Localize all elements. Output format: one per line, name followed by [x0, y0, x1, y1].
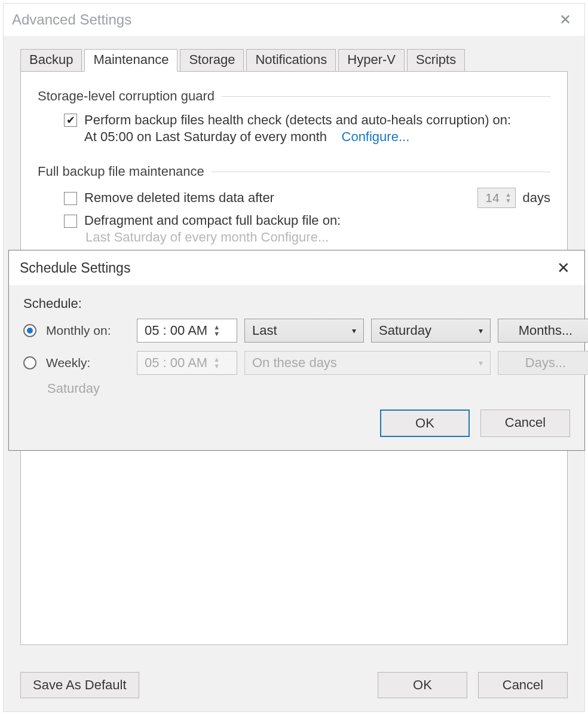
divider — [222, 96, 550, 97]
stepper-arrows-icon[interactable]: ▲▼ — [506, 192, 512, 204]
divider — [212, 172, 550, 172]
weekly-row: Weekly: 05 : 00 AM ▲▼ On these days ▾ Da… — [23, 351, 570, 375]
window-ok-button[interactable]: OK — [378, 672, 467, 698]
monthly-time-value: 05 : 00 AM — [145, 323, 207, 338]
weekly-time-input: 05 : 00 AM ▲▼ — [137, 351, 237, 375]
tab-notifications[interactable]: Notifications — [246, 49, 336, 72]
window-title: Advanced Settings — [12, 11, 131, 28]
tab-hyperv[interactable]: Hyper-V — [338, 49, 405, 72]
chevron-down-icon: ▾ — [352, 326, 356, 335]
dialog-footer: OK Cancel — [23, 410, 570, 437]
group-corruption-guard: Storage-level corruption guard — [38, 88, 550, 104]
dialog-cancel-button[interactable]: Cancel — [480, 410, 570, 437]
tab-scripts[interactable]: Scripts — [407, 49, 465, 72]
defragment-schedule-ghost: Last Saturday of every month Configure..… — [85, 230, 550, 245]
remove-days-value: 14 — [485, 191, 499, 205]
defragment-checkbox[interactable] — [64, 215, 77, 228]
monthly-ordinal-value: Last — [252, 323, 277, 338]
schedule-settings-dialog: Schedule Settings ✕ Schedule: Monthly on… — [8, 250, 585, 451]
monthly-day-select[interactable]: Saturday ▾ — [371, 319, 491, 343]
group-full-backup-maintenance: Full backup file maintenance — [38, 164, 550, 179]
window-cancel-button[interactable]: Cancel — [478, 672, 568, 698]
remove-days-suffix: days — [523, 190, 550, 206]
group-corruption-guard-label: Storage-level corruption guard — [38, 88, 215, 104]
dialog-ok-button[interactable]: OK — [380, 410, 470, 437]
time-stepper-icon: ▲▼ — [213, 356, 220, 369]
monthly-radio[interactable] — [23, 324, 36, 337]
defragment-label: Defragment and compact full backup file … — [84, 213, 341, 228]
monthly-row: Monthly on: 05 : 00 AM ▲▼ Last ▾ Saturda… — [23, 319, 570, 343]
dialog-close-button[interactable]: ✕ — [553, 259, 574, 277]
weekly-time-value: 05 : 00 AM — [145, 355, 207, 371]
remove-deleted-checkbox[interactable] — [64, 192, 77, 205]
weekly-days-placeholder: On these days — [252, 355, 337, 371]
dialog-title: Schedule Settings — [20, 260, 130, 276]
schedule-heading: Schedule: — [23, 296, 570, 311]
health-check-label-line1: Perform backup files health check (detec… — [84, 112, 550, 128]
monthly-ordinal-select[interactable]: Last ▾ — [244, 319, 364, 343]
tab-storage[interactable]: Storage — [180, 49, 244, 72]
chevron-down-icon: ▾ — [479, 326, 483, 335]
group-full-backup-maintenance-label: Full backup file maintenance — [38, 164, 204, 179]
dialog-titlebar: Schedule Settings ✕ — [9, 250, 584, 285]
weekly-radio[interactable] — [23, 356, 36, 369]
health-check-checkbox[interactable] — [64, 114, 77, 127]
days-button: Days... — [498, 351, 588, 375]
window-footer: Save As Default OK Cancel — [20, 672, 568, 698]
monthly-time-input[interactable]: 05 : 00 AM ▲▼ — [137, 319, 237, 343]
time-stepper-icon[interactable]: ▲▼ — [213, 324, 220, 337]
weekly-days-select: On these days ▾ — [244, 351, 491, 375]
monthly-day-value: Saturday — [379, 323, 431, 338]
dialog-body: Schedule: Monthly on: 05 : 00 AM ▲▼ Last… — [9, 285, 584, 450]
remove-deleted-label: Remove deleted items data after — [84, 190, 470, 206]
remove-days-stepper[interactable]: 14 ▲▼ — [477, 188, 515, 208]
monthly-label: Monthly on: — [46, 323, 130, 338]
window-close-button[interactable]: ✕ — [555, 10, 576, 29]
tab-maintenance[interactable]: Maintenance — [84, 49, 177, 72]
save-as-default-button[interactable]: Save As Default — [20, 672, 139, 698]
months-button[interactable]: Months... — [498, 319, 588, 343]
chevron-down-icon: ▾ — [479, 358, 483, 368]
health-check-configure-link[interactable]: Configure... — [342, 129, 410, 144]
health-check-schedule-text: At 05:00 on Last Saturday of every month — [84, 129, 327, 144]
window-titlebar: Advanced Settings ✕ — [4, 4, 584, 36]
weekly-label: Weekly: — [46, 356, 130, 370]
tab-backup[interactable]: Backup — [20, 49, 82, 72]
tabstrip: Backup Maintenance Storage Notifications… — [20, 49, 568, 72]
weekly-days-hint: Saturday — [47, 381, 570, 396]
